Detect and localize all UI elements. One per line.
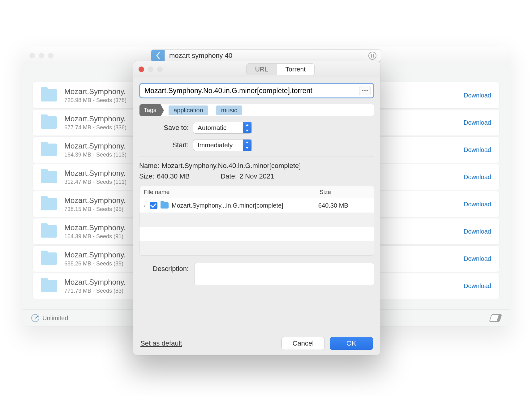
folder-icon [41, 198, 57, 210]
name-value: Mozart.Symphony.No.40.in.G.minor[complet… [162, 162, 301, 170]
tags-label: Tags [139, 104, 161, 116]
type-segmented-control[interactable]: URL Torrent [246, 63, 315, 75]
url-field[interactable] [139, 83, 374, 98]
start-label: Start: [139, 141, 189, 149]
file-checkbox[interactable] [150, 202, 157, 209]
description-label: Description: [139, 263, 189, 285]
download-link[interactable]: Download [464, 282, 491, 290]
folder-icon [41, 89, 57, 101]
chevron-up-down-icon [243, 122, 251, 133]
search-field[interactable] [165, 50, 381, 62]
tab-url[interactable]: URL [247, 64, 277, 75]
download-link[interactable]: Download [464, 201, 491, 208]
back-button[interactable] [151, 50, 165, 62]
file-size: 640.30 MB [318, 202, 371, 209]
url-input[interactable] [144, 87, 359, 95]
zoom-window-icon[interactable] [48, 53, 54, 58]
col-size[interactable]: Size [315, 186, 374, 198]
start-value: Immediately [198, 141, 233, 149]
col-file-name[interactable]: File name [139, 186, 315, 198]
search-input[interactable] [169, 52, 368, 60]
save-to-label: Save to: [139, 124, 189, 132]
download-link[interactable]: Download [464, 92, 491, 99]
download-link[interactable]: Download [464, 255, 491, 262]
download-link[interactable]: Download [464, 119, 491, 126]
download-link[interactable]: Download [464, 146, 491, 153]
start-select[interactable]: Immediately [193, 139, 252, 151]
description-input[interactable] [194, 263, 374, 285]
tags-row[interactable]: Tags application music [139, 104, 374, 116]
folder-icon [161, 202, 169, 209]
dialog-zoom-icon [157, 67, 163, 72]
ok-button[interactable]: OK [330, 337, 373, 350]
name-key: Name: [139, 162, 159, 170]
tag-application[interactable]: application [169, 105, 208, 115]
chevron-left-icon [156, 52, 161, 59]
download-link[interactable]: Download [464, 228, 491, 235]
dialog-titlebar: URL Torrent [133, 61, 380, 77]
dialog-close-icon[interactable] [139, 67, 144, 72]
folder-icon [41, 280, 57, 292]
size-value: 640.30 MB [157, 172, 190, 180]
file-name: Mozart.Symphony...in.G.minor[complete] [172, 202, 315, 209]
date-value: 2 Nov 2021 [239, 172, 274, 180]
set-as-default-link[interactable]: Set as default [140, 339, 182, 347]
folder-icon [41, 144, 57, 156]
save-to-select[interactable]: Automatic [193, 122, 252, 134]
minimize-window-icon[interactable] [39, 53, 44, 58]
dialog-minimize-icon [148, 67, 153, 72]
clear-icon[interactable] [489, 314, 502, 322]
speed-gauge-icon[interactable] [31, 314, 39, 322]
add-download-dialog: URL Torrent Tags application music Save … [133, 61, 380, 355]
close-window-icon[interactable] [29, 53, 35, 58]
file-row[interactable]: › Mozart.Symphony...in.G.minor[complete]… [139, 198, 374, 213]
cancel-button[interactable]: Cancel [281, 337, 325, 350]
date-key: Date: [221, 172, 237, 180]
speed-label: Unlimited [42, 315, 68, 322]
folder-icon [41, 252, 57, 265]
traffic-lights [29, 53, 54, 58]
save-to-value: Automatic [198, 124, 226, 131]
size-key: Size: [139, 172, 154, 180]
tab-torrent[interactable]: Torrent [277, 64, 314, 75]
folder-icon [41, 116, 57, 129]
tag-music[interactable]: music [216, 105, 242, 115]
folder-icon [41, 225, 57, 238]
folder-icon [41, 171, 57, 183]
chevron-up-down-icon [243, 140, 251, 151]
pause-icon[interactable] [368, 52, 376, 60]
browse-button[interactable] [359, 86, 371, 95]
file-table: File name Size › Mozart.Symphony...in.G.… [139, 186, 374, 256]
chevron-right-icon[interactable]: › [143, 202, 147, 209]
download-link[interactable]: Download [464, 174, 491, 181]
